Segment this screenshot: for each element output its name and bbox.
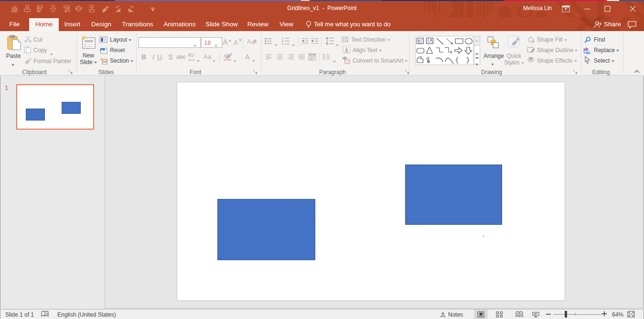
svg-text:A: A (418, 38, 420, 43)
svg-text:A: A (346, 35, 349, 40)
svg-text:3: 3 (282, 43, 284, 45)
svg-text:ac: ac (586, 50, 590, 55)
svg-text:A: A (430, 38, 433, 42)
